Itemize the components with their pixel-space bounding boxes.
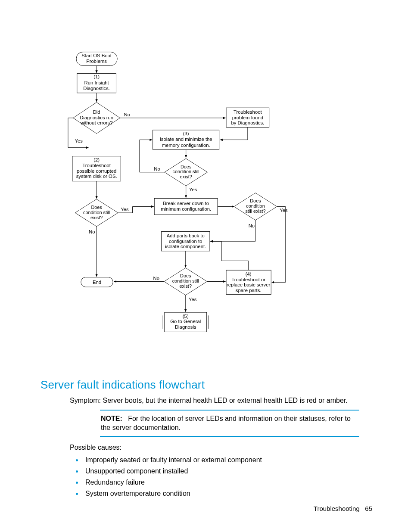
svg-text:No: No — [89, 229, 95, 234]
svg-text:No: No — [154, 166, 160, 171]
note-box: NOTE: For the location of server LEDs an… — [100, 410, 359, 437]
svg-text:Yes: Yes — [75, 138, 83, 143]
possible-causes-label: Possible causes: — [70, 443, 372, 452]
svg-text:Break server down tominimum co: Break server down tominimum configuratio… — [161, 201, 211, 212]
flowchart-container: Start OS BootProblems (1)Run InsightDiag… — [39, 34, 372, 366]
list-item: Improperly seated or faulty internal or … — [83, 456, 372, 464]
list-item: Redundancy failure — [83, 479, 372, 486]
note-text — [124, 415, 128, 422]
svg-text:Add parts back toconfiguration: Add parts back toconfiguration toisolate… — [165, 233, 206, 249]
note-body: For the location of server LEDs and info… — [101, 415, 351, 432]
svg-text:Troubleshootproblem foundby Di: Troubleshootproblem foundby Diagnostics. — [231, 109, 264, 125]
os-boot-flowchart: Start OS BootProblems (1)Run InsightDiag… — [39, 34, 289, 366]
note-label: NOTE: — [101, 415, 122, 422]
footer-page-number: 65 — [365, 505, 372, 512]
document-page: Start OS BootProblems (1)Run InsightDiag… — [0, 0, 411, 532]
svg-text:No: No — [249, 223, 255, 228]
causes-list: Improperly seated or faulty internal or … — [70, 456, 372, 498]
footer-section: Troubleshooting — [314, 505, 360, 512]
page-footer: Troubleshooting 65 — [314, 505, 372, 512]
list-item: Unsupported component installed — [83, 467, 372, 475]
svg-text:Yes: Yes — [189, 297, 197, 302]
list-item: System overtemperature condition — [83, 490, 372, 498]
svg-text:Yes: Yes — [121, 207, 129, 212]
svg-text:No: No — [124, 112, 130, 117]
symptom-text: Symptom: Server boots, but the internal … — [70, 396, 372, 405]
svg-text:No: No — [153, 276, 159, 281]
svg-text:End: End — [93, 280, 101, 285]
section-heading: Server fault indications flowchart — [40, 378, 372, 392]
svg-text:Yes: Yes — [280, 208, 288, 213]
svg-text:Yes: Yes — [189, 187, 197, 192]
